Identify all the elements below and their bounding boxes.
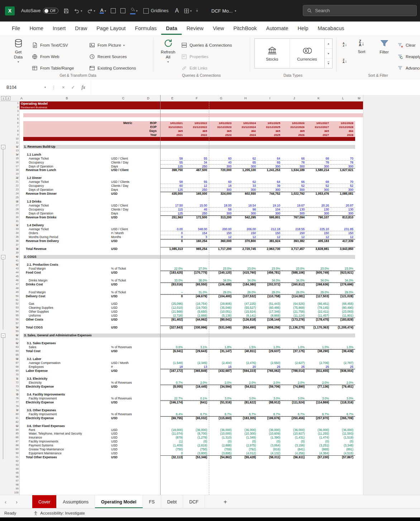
- title-band[interactable]: [20, 101, 363, 109]
- row-header[interactable]: 94: [10, 467, 19, 471]
- cell[interactable]: 18.00: [209, 204, 233, 208]
- row-label[interactable]: Average Ticket: [29, 204, 110, 208]
- period-cell[interactable]: 2027: [306, 133, 331, 137]
- row-label[interactable]: Average Ticket: [29, 157, 110, 161]
- cell[interactable]: 13: [185, 365, 209, 369]
- row-unit[interactable]: USD: [111, 326, 136, 330]
- cell[interactable]: 0: [160, 239, 185, 243]
- cell[interactable]: (11,074): [160, 432, 185, 436]
- cell[interactable]: 78: [306, 161, 331, 165]
- row-unit[interactable]: Clients / Day: [111, 161, 136, 165]
- cell[interactable]: 34.0%: [233, 279, 258, 283]
- cell[interactable]: 150: [306, 231, 331, 235]
- cell[interactable]: 150: [331, 231, 355, 235]
- period-cell[interactable]: 365: [185, 129, 209, 133]
- cell[interactable]: 62: [233, 180, 258, 184]
- cell[interactable]: 767,094: [282, 215, 306, 219]
- cell[interactable]: (36,000): [185, 428, 209, 432]
- cell[interactable]: 300: [331, 188, 355, 192]
- row-unit[interactable]: Clients / Day: [111, 208, 136, 212]
- row-header[interactable]: 25: [10, 196, 19, 200]
- row-unit[interactable]: USD: [111, 314, 136, 318]
- row-label[interactable]: Total Other Expenses: [26, 455, 110, 459]
- period-cell[interactable]: 366: [331, 129, 355, 133]
- row-unit[interactable]: Days: [111, 165, 136, 169]
- row-label[interactable]: Days of Operation: [29, 165, 110, 169]
- outline-collapse-button[interactable]: −: [1, 255, 5, 259]
- row-header[interactable]: 35: [10, 235, 19, 239]
- cell[interactable]: 17.50: [160, 204, 185, 208]
- reapply-filter-button[interactable]: Reapply: [397, 53, 420, 61]
- cell[interactable]: 23.0%: [233, 267, 258, 271]
- cell[interactable]: (623,921): [331, 271, 355, 275]
- cell[interactable]: 29.0%: [258, 290, 282, 294]
- sheet-tab-assumptions[interactable]: Assumptions: [57, 495, 95, 508]
- cell[interactable]: (0): [185, 440, 209, 444]
- period-cell[interactable]: 365: [306, 129, 331, 133]
- cell[interactable]: (184,380): [233, 283, 258, 286]
- cell[interactable]: 1,022,792: [282, 192, 306, 196]
- row-label[interactable]: Occupancy: [29, 161, 110, 165]
- row-header[interactable]: 27: [10, 204, 19, 208]
- row-header[interactable]: 13: [10, 149, 19, 153]
- row-unit[interactable]: USD: [111, 444, 136, 447]
- cell[interactable]: (36,000): [258, 428, 282, 432]
- cell[interactable]: 2.0%: [233, 381, 258, 385]
- row-header[interactable]: 70: [10, 373, 19, 377]
- cell[interactable]: (769): [209, 447, 233, 451]
- merge-cells-button[interactable]: [120, 8, 125, 13]
- cell[interactable]: (21,568): [160, 310, 185, 314]
- period-cell[interactable]: 1/01/2026: [282, 121, 306, 125]
- currencies-data-type[interactable]: Currencies: [290, 39, 325, 68]
- row-label[interactable]: Days of Operation: [29, 188, 110, 192]
- menu-tab-file[interactable]: File: [7, 22, 25, 35]
- row-header[interactable]: 93: [10, 463, 19, 467]
- cell[interactable]: (202,572): [258, 283, 282, 286]
- row-header[interactable]: 92: [10, 459, 19, 463]
- cell[interactable]: 300: [306, 188, 331, 192]
- cell[interactable]: (594,223): [233, 369, 258, 373]
- sheet-tab-debt[interactable]: Debt: [161, 495, 183, 508]
- cell[interactable]: 300: [258, 212, 282, 215]
- row-header[interactable]: 3: [10, 109, 19, 113]
- row-header[interactable]: 39: [10, 251, 19, 255]
- period-cell[interactable]: 1/01/2028: [331, 121, 355, 125]
- cell[interactable]: (265,709): [331, 416, 355, 420]
- cell[interactable]: (40,811): [233, 349, 258, 353]
- gallery-up-button[interactable]: ▴: [325, 39, 332, 49]
- cell[interactable]: 15.00: [185, 204, 209, 208]
- queries-connections-button[interactable]: Queries & Connections: [181, 41, 232, 49]
- cell[interactable]: 125: [160, 212, 185, 215]
- row-unit[interactable]: # / Month: [111, 231, 136, 235]
- row-header[interactable]: 46: [10, 279, 19, 283]
- row-unit[interactable]: USD: [111, 247, 136, 251]
- row-header[interactable]: 11: [10, 141, 19, 145]
- insert-function-button[interactable]: fx: [78, 85, 89, 90]
- cell[interactable]: (170,775): [185, 271, 209, 275]
- cell[interactable]: (36,000): [331, 428, 355, 432]
- cell[interactable]: (588,106): [282, 271, 306, 275]
- cell[interactable]: (104,400): [209, 294, 233, 298]
- cell[interactable]: (879): [160, 436, 185, 440]
- row-header[interactable]: 95: [10, 471, 19, 475]
- cell[interactable]: 52: [306, 184, 331, 188]
- cell[interactable]: (1,548): [160, 361, 185, 365]
- row-label[interactable]: Other Costs: [26, 318, 110, 322]
- row-header[interactable]: 78: [10, 404, 19, 408]
- cell[interactable]: (3,895): [209, 451, 233, 455]
- cell[interactable]: 70: [331, 180, 355, 184]
- cell[interactable]: 542,295: [233, 215, 258, 219]
- cell[interactable]: 300: [331, 212, 355, 215]
- menu-tab-home[interactable]: Home: [25, 22, 48, 35]
- row-header[interactable]: 48: [10, 286, 19, 290]
- row-header[interactable]: 90: [10, 451, 19, 455]
- cell[interactable]: 29.0%: [282, 290, 306, 294]
- row-label[interactable]: Electricity: [29, 381, 110, 385]
- cell[interactable]: 66: [282, 180, 306, 184]
- cell[interactable]: (891): [331, 447, 355, 451]
- cell[interactable]: (29,643): [185, 349, 209, 353]
- column-header[interactable]: L: [331, 95, 355, 101]
- cell[interactable]: 125: [160, 188, 185, 192]
- row-label[interactable]: Food Cost: [26, 271, 110, 275]
- cell[interactable]: 1,085,313: [160, 247, 185, 251]
